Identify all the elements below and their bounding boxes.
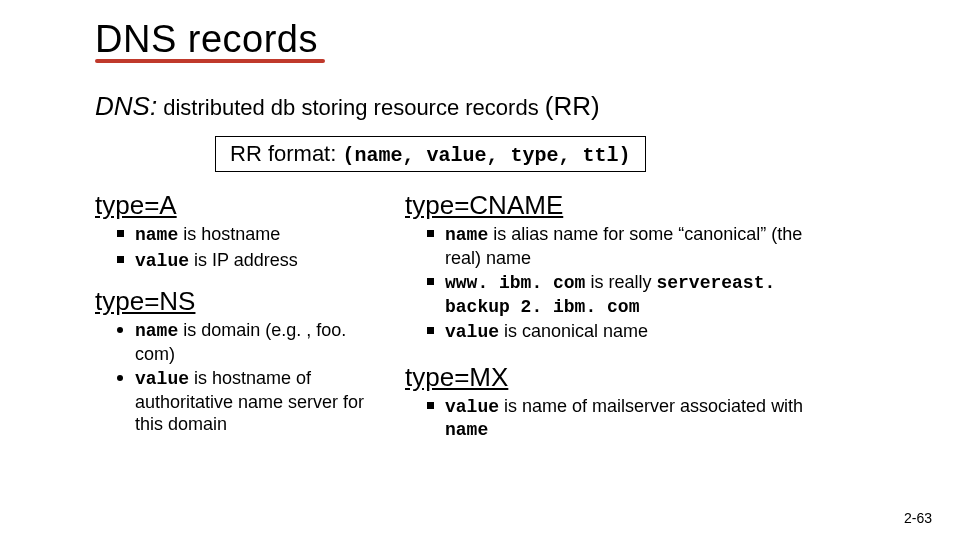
list-type-mx: value is name of mailserver associated w… (427, 395, 825, 442)
heading-type-mx: type=MX (405, 362, 825, 393)
list-item: value is canonical name (427, 320, 825, 344)
txt: is alias name for some “canonical” (the … (445, 224, 802, 268)
list-type-ns: name is domain (e.g. , foo. com) value i… (117, 319, 375, 436)
txt: is really (585, 272, 656, 292)
list-item: value is name of mailserver associated w… (427, 395, 825, 442)
kw: value (135, 251, 189, 271)
kw: value (135, 369, 189, 389)
txt: is IP address (189, 250, 298, 270)
kw: name (135, 225, 178, 245)
list-type-a: name is hostname value is IP address (117, 223, 375, 272)
heading-type-ns: type=NS (95, 286, 375, 317)
list-item: name is alias name for some “canonical” … (427, 223, 825, 269)
column-right: type=CNAME name is alias name for some “… (405, 190, 825, 456)
column-left: type=A name is hostname value is IP addr… (95, 190, 375, 456)
kw: name (135, 321, 178, 341)
rr-format-label: RR format: (230, 141, 342, 166)
list-item: value is IP address (117, 249, 375, 273)
kw: name (445, 225, 488, 245)
txt: is canonical name (499, 321, 648, 341)
kw: value (445, 322, 499, 342)
slide: DNS records DNS: distributed db storing … (0, 0, 960, 540)
list-item: name is domain (e.g. , foo. com) (117, 319, 375, 365)
rr-format-box: RR format: (name, value, type, ttl) (215, 136, 646, 172)
columns: type=A name is hostname value is IP addr… (95, 190, 865, 456)
list-item: name is hostname (117, 223, 375, 247)
page-title: DNS records (95, 18, 865, 61)
subtitle: DNS: distributed db storing resource rec… (95, 91, 865, 122)
heading-type-cname: type=CNAME (405, 190, 825, 221)
heading-type-a: type=A (95, 190, 375, 221)
list-type-cname: name is alias name for some “canonical” … (427, 223, 825, 344)
rr-format-tuple: (name, value, type, ttl) (342, 144, 630, 167)
subtitle-dns: DNS: (95, 91, 157, 121)
kw: www. ibm. com (445, 273, 585, 293)
list-item: value is hostname of authoritative name … (117, 367, 375, 436)
kw: name (445, 420, 488, 440)
txt: is hostname (178, 224, 280, 244)
subtitle-rr: (RR) (545, 91, 600, 121)
subtitle-text: distributed db storing resource records (157, 95, 545, 120)
list-item: www. ibm. com is really servereast. back… (427, 271, 825, 318)
slide-number: 2-63 (904, 510, 932, 526)
txt: is name of mailserver associated with (499, 396, 803, 416)
kw: value (445, 397, 499, 417)
